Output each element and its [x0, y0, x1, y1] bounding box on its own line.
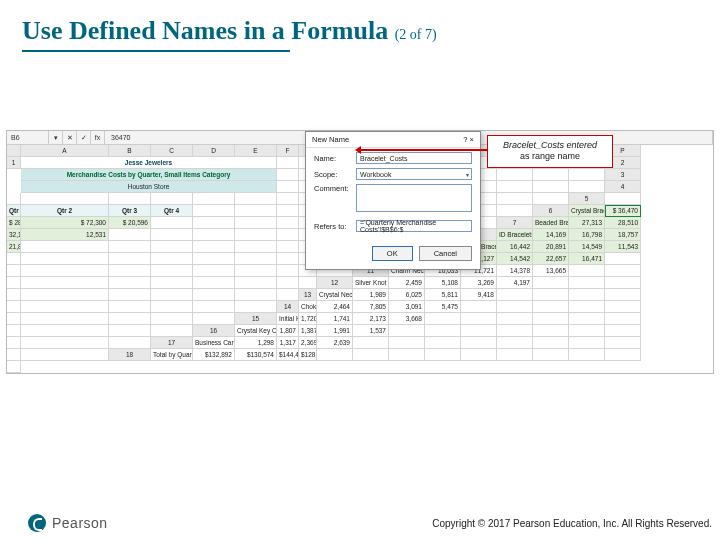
cell[interactable]	[21, 265, 109, 277]
select-all-corner[interactable]	[7, 145, 21, 157]
cell[interactable]	[277, 205, 299, 217]
cancel-icon[interactable]: ✕	[63, 131, 77, 144]
data-cell[interactable]: 5,108	[425, 277, 461, 289]
cell[interactable]	[109, 229, 151, 241]
cell[interactable]	[497, 181, 533, 193]
data-cell[interactable]: 2,639	[317, 337, 353, 349]
row-label[interactable]: Silver Knot Necklaces	[353, 277, 389, 289]
cell[interactable]	[425, 349, 461, 361]
cell[interactable]	[605, 277, 641, 289]
cell[interactable]	[21, 313, 109, 325]
cell[interactable]	[533, 277, 569, 289]
cell[interactable]	[461, 301, 497, 313]
data-cell[interactable]: 2,369	[299, 337, 317, 349]
cell[interactable]	[605, 349, 641, 361]
cell[interactable]	[151, 253, 193, 265]
cell[interactable]	[7, 361, 21, 373]
row-label[interactable]: Initial Key Chains	[277, 313, 299, 325]
cell[interactable]	[7, 193, 21, 205]
name-box[interactable]: B6	[7, 131, 49, 144]
cell[interactable]	[109, 337, 151, 349]
data-cell[interactable]: $ 72,300	[21, 217, 109, 229]
comment-textarea[interactable]	[356, 184, 472, 212]
help-icon[interactable]: ?	[463, 135, 467, 144]
cell[interactable]	[109, 313, 151, 325]
col-head[interactable]: E	[235, 145, 277, 157]
data-cell[interactable]: 22,657	[533, 253, 569, 265]
cell[interactable]	[533, 169, 569, 181]
cell[interactable]	[425, 313, 461, 325]
cell[interactable]	[317, 349, 353, 361]
cell[interactable]	[569, 337, 605, 349]
col-head[interactable]: D	[193, 145, 235, 157]
data-cell[interactable]: 3,668	[389, 313, 425, 325]
row-head[interactable]: 14	[277, 301, 299, 313]
cell[interactable]	[109, 277, 151, 289]
cell[interactable]	[605, 289, 641, 301]
row-head[interactable]: 17	[151, 337, 193, 349]
cell[interactable]	[21, 277, 109, 289]
cell[interactable]	[533, 181, 569, 193]
row-head[interactable]: 7	[497, 217, 533, 229]
cell[interactable]	[533, 289, 569, 301]
cell[interactable]	[7, 349, 21, 361]
cell[interactable]	[151, 325, 193, 337]
cell[interactable]	[497, 325, 533, 337]
cell[interactable]	[109, 325, 151, 337]
cell[interactable]	[277, 181, 299, 193]
cell[interactable]	[7, 301, 21, 313]
cell[interactable]	[569, 169, 605, 181]
cell[interactable]	[193, 205, 235, 217]
cell[interactable]	[235, 205, 277, 217]
cell[interactable]	[193, 313, 235, 325]
row-head[interactable]: 3	[605, 169, 641, 181]
row-head[interactable]: 16	[193, 325, 235, 337]
row-label[interactable]: Crystal Necklaces	[317, 289, 353, 301]
row-label[interactable]: Business Card Cases	[193, 337, 235, 349]
row-head[interactable]: 6	[533, 205, 569, 217]
cell[interactable]	[193, 241, 235, 253]
cell[interactable]	[569, 313, 605, 325]
cell[interactable]	[193, 265, 235, 277]
cell[interactable]	[21, 241, 109, 253]
cell[interactable]	[235, 193, 277, 205]
cell[interactable]	[569, 325, 605, 337]
cell[interactable]	[605, 313, 641, 325]
cell[interactable]	[235, 241, 277, 253]
scope-select[interactable]: Workbook▾	[356, 168, 472, 180]
accept-icon[interactable]: ✓	[77, 131, 91, 144]
data-cell[interactable]: 16,471	[569, 253, 605, 265]
cell[interactable]	[569, 349, 605, 361]
cell[interactable]	[21, 325, 109, 337]
row-label[interactable]: ID Bracelets	[497, 229, 533, 241]
cell[interactable]	[605, 253, 641, 265]
cell[interactable]	[569, 181, 605, 193]
col-head[interactable]: F	[277, 145, 299, 157]
cell[interactable]	[151, 229, 193, 241]
cell[interactable]	[533, 193, 569, 205]
cell[interactable]	[151, 217, 193, 229]
cell[interactable]	[193, 229, 235, 241]
cell[interactable]	[7, 337, 21, 349]
data-cell[interactable]: 1,387	[299, 325, 317, 337]
cell[interactable]	[21, 301, 109, 313]
cell[interactable]	[425, 325, 461, 337]
cell[interactable]	[277, 157, 299, 169]
row-head[interactable]: 18	[109, 349, 151, 361]
dropdown-icon[interactable]: ▾	[49, 131, 63, 144]
cell[interactable]	[389, 325, 425, 337]
cell[interactable]	[7, 277, 21, 289]
cell[interactable]	[389, 337, 425, 349]
cell[interactable]	[497, 193, 533, 205]
data-cell[interactable]: 13,665	[533, 265, 569, 277]
cell[interactable]	[497, 289, 533, 301]
cell[interactable]	[277, 241, 299, 253]
data-cell[interactable]: 9,418	[461, 289, 497, 301]
data-cell[interactable]: 1,317	[277, 337, 299, 349]
total-label[interactable]: Total by Quarter	[151, 349, 193, 361]
data-cell[interactable]: 12,531	[21, 229, 109, 241]
row-head[interactable]: 1	[7, 157, 21, 169]
data-cell[interactable]: $ 28,329	[7, 217, 21, 229]
cell[interactable]	[21, 349, 109, 361]
cell[interactable]	[569, 265, 605, 277]
